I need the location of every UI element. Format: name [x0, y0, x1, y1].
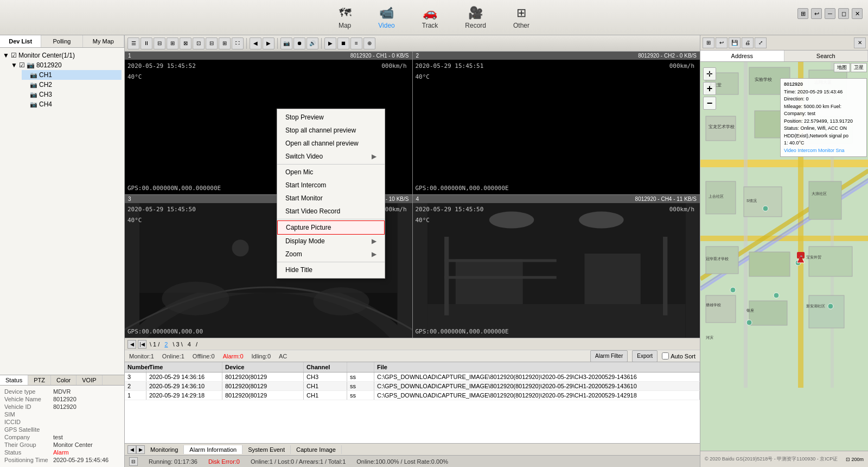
map-tb-2[interactable]: ↩: [716, 37, 727, 48]
ctx-start-video-record[interactable]: Start Video Record: [277, 205, 385, 218]
nav-page-end[interactable]: /: [194, 341, 199, 348]
vt-sep2: [277, 38, 278, 49]
auto-sort-label[interactable]: Auto Sort: [662, 352, 695, 359]
tree-ch4[interactable]: 📷 CH4: [22, 99, 122, 109]
popup-link-intercom[interactable]: Intercom: [797, 148, 816, 153]
tree-device[interactable]: ▼ ☑ 📷 8012920: [11, 60, 122, 70]
vt-play-btn[interactable]: ▶: [324, 37, 336, 49]
btab-capture[interactable]: Capture Image: [291, 445, 342, 454]
ctx-switch-video[interactable]: Switch Video ▶: [277, 150, 385, 163]
popup-link-video[interactable]: Video: [784, 148, 796, 153]
tree-root-checkbox[interactable]: ☑: [11, 52, 17, 59]
alarm-row-2[interactable]: 1 2020-05-29 14:29:18 8012920(80129 CH1 …: [125, 391, 700, 400]
btabs-next[interactable]: ▶: [136, 445, 145, 454]
map-tb-3[interactable]: 💾: [729, 37, 741, 48]
vt-grid16-btn[interactable]: ⊞: [219, 37, 231, 49]
tab-polling[interactable]: Polling: [41, 35, 82, 47]
video-cell-4[interactable]: 4 8012920 - CH4 - 11 KB/S: [413, 195, 700, 338]
restore-btn[interactable]: ◻: [838, 8, 849, 19]
tree-device-checkbox[interactable]: ☑: [19, 61, 25, 69]
ctx-zoom[interactable]: Zoom ▶: [277, 248, 385, 261]
nav-prev-btn[interactable]: ◀: [127, 340, 136, 349]
ctx-start-intercom[interactable]: Start Intercom: [277, 179, 385, 192]
map-compass[interactable]: ✛: [703, 67, 716, 80]
nav-page-2[interactable]: 2: [163, 341, 169, 348]
tree-root[interactable]: ▼ ☑ Monitor Center(1/1): [3, 51, 122, 60]
ctx-open-all[interactable]: Open all channel preview: [277, 137, 385, 150]
close-btn[interactable]: ✕: [852, 8, 863, 19]
vt-next-btn[interactable]: ▶: [263, 37, 275, 49]
nav-first-btn[interactable]: |◀: [138, 340, 146, 349]
map-zoom-in[interactable]: +: [703, 82, 716, 95]
vt-grid6-btn[interactable]: ⊠: [180, 37, 192, 49]
ctx-stop-all[interactable]: Stop all channel preview: [277, 124, 385, 137]
tree-ch2[interactable]: 📷 CH2: [22, 80, 122, 90]
map-tb-5[interactable]: ⤢: [755, 37, 767, 48]
vt-pause-btn[interactable]: ⏸: [141, 37, 152, 49]
nav-video[interactable]: 📹 Video: [373, 4, 400, 31]
status-tab-color[interactable]: Color: [51, 375, 76, 385]
grid-btn[interactable]: ⊞: [797, 8, 808, 19]
status-value-8: Alarm: [53, 449, 69, 456]
btab-alarm[interactable]: Alarm Information: [184, 445, 242, 454]
row1-channel: CH1: [304, 382, 347, 390]
nav-page-4[interactable]: 4: [186, 341, 193, 348]
vt-list-btn[interactable]: ☰: [127, 37, 139, 49]
back-btn[interactable]: ↩: [811, 8, 822, 19]
vt-audio-btn[interactable]: 🔊: [307, 37, 318, 49]
auto-sort-checkbox[interactable]: [662, 352, 669, 359]
tree-ch1[interactable]: 📷 CH1: [22, 70, 122, 80]
popup-link-snap[interactable]: Sna: [835, 148, 844, 153]
vt-cam-btn[interactable]: 📷: [280, 37, 292, 49]
map-type-satellite[interactable]: 卫星: [851, 63, 867, 72]
vt-rec-btn[interactable]: ⏺: [293, 37, 305, 49]
popup-time: Time: 2020-05-29 15:43:46: [784, 89, 863, 96]
popup-link-monitor[interactable]: Monitor: [818, 148, 834, 153]
vt-stop-btn[interactable]: ⏹: [337, 37, 349, 49]
vt-fullscreen-btn[interactable]: ⛶: [232, 37, 244, 49]
minimize-btn[interactable]: ─: [825, 8, 835, 19]
vt-grid9-btn[interactable]: ⊟: [206, 37, 218, 49]
map-zoom-out[interactable]: −: [703, 97, 716, 110]
nav-map[interactable]: 🗺 Map: [333, 4, 356, 31]
map-content[interactable]: 天主堂 实验学校 志翔大厦 宝龙艺术学校 百财科技园 上合社区 S情况 大浪社区…: [700, 62, 868, 451]
status-tab-ptz[interactable]: PTZ: [28, 375, 51, 385]
vt-grid8-btn[interactable]: ⊡: [193, 37, 205, 49]
vt-extra-btn[interactable]: ⊕: [363, 37, 375, 49]
ctx-open-mic[interactable]: Open Mic: [277, 166, 385, 179]
alarm-row-0[interactable]: 3 2020-05-29 14:36:16 8012920(80129 CH3 …: [125, 373, 700, 382]
vt-prev-btn[interactable]: ◀: [250, 37, 261, 49]
nav-other[interactable]: ⊞ Other: [508, 4, 535, 31]
vt-grid4-btn[interactable]: ⊞: [167, 37, 178, 49]
map-tb-1[interactable]: ⊞: [703, 37, 714, 48]
btab-system[interactable]: System Event: [242, 445, 291, 454]
nav-track[interactable]: 🚗 Track: [417, 4, 444, 31]
nav-record[interactable]: 🎥 Record: [459, 4, 492, 31]
btabs-prev[interactable]: ◀: [127, 445, 136, 454]
tree-ch3[interactable]: 📷 CH3: [22, 90, 122, 99]
statusbar-btn[interactable]: ⊟: [129, 457, 138, 466]
alarm-export-btn[interactable]: Export: [632, 350, 658, 362]
status-tab-status[interactable]: Status: [0, 375, 28, 385]
ctx-capture-picture[interactable]: Capture Picture: [277, 220, 385, 235]
vt-grid1-btn[interactable]: ⊟: [154, 37, 165, 49]
ctx-display-mode[interactable]: Display Mode ▶: [277, 235, 385, 248]
btab-monitoring[interactable]: Monitoring: [145, 445, 184, 454]
map-tab-search[interactable]: Search: [784, 51, 869, 61]
tab-devlist[interactable]: Dev List: [0, 35, 41, 47]
map-tb-4[interactable]: 🖨: [742, 37, 754, 48]
tab-mymap[interactable]: My Map: [83, 35, 124, 47]
alarm-row-1[interactable]: 2 2020-05-29 14:36:10 8012920(80129 CH1 …: [125, 382, 700, 391]
map-type-map[interactable]: 地图: [834, 63, 850, 72]
alarm-filter-btn[interactable]: Alarm Filter: [590, 350, 628, 362]
nav-page-3[interactable]: \ 3 \: [171, 341, 184, 348]
status-tab-voip[interactable]: VOIP: [76, 375, 102, 385]
ctx-start-monitor[interactable]: Start Monitor: [277, 192, 385, 205]
video-cell-2[interactable]: 2 8012920 - CH2 - 0 KB/S 2020-05-29 15:4…: [413, 52, 700, 194]
map-tab-address[interactable]: Address: [700, 51, 784, 61]
map-tb-close[interactable]: ✕: [854, 37, 866, 48]
nav-page-1[interactable]: \ 1 /: [148, 341, 161, 348]
ctx-stop-preview[interactable]: Stop Preview: [277, 111, 385, 124]
ctx-hide-title[interactable]: Hide Title: [277, 263, 385, 276]
vt-more-btn[interactable]: ≡: [350, 37, 362, 49]
